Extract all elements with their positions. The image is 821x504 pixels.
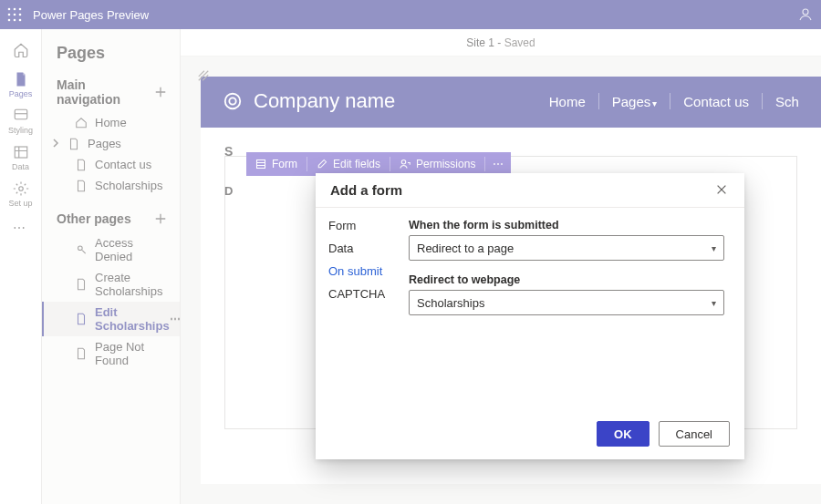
on-submit-value: Redirect to a page xyxy=(417,242,514,255)
chevron-down-icon: ▾ xyxy=(712,298,716,308)
on-submit-select[interactable]: Redirect to a page ▾ xyxy=(409,235,724,261)
modal-side-nav: Form Data On submit CAPTCHA xyxy=(316,208,403,412)
redirect-label: Redirect to webpage xyxy=(409,273,724,286)
chevron-down-icon: ▾ xyxy=(712,243,716,253)
ok-button[interactable]: OK xyxy=(597,421,650,447)
redirect-select[interactable]: Scholarships ▾ xyxy=(409,290,724,315)
close-button[interactable] xyxy=(715,183,730,198)
modal-form-area: When the form is submitted Redirect to a… xyxy=(403,208,744,412)
cancel-button[interactable]: Cancel xyxy=(659,421,730,447)
modal-nav-form[interactable]: Form xyxy=(328,219,403,232)
modal-nav-data[interactable]: Data xyxy=(328,242,403,255)
on-submit-label: When the form is submitted xyxy=(409,219,724,231)
modal-nav-captcha[interactable]: CAPTCHA xyxy=(328,287,403,301)
modal-nav-on-submit[interactable]: On submit xyxy=(328,264,403,278)
add-form-modal: Add a form Form Data On submit CAPTCHA W… xyxy=(316,173,744,459)
modal-title: Add a form xyxy=(330,182,402,198)
redirect-value: Scholarships xyxy=(417,296,484,310)
